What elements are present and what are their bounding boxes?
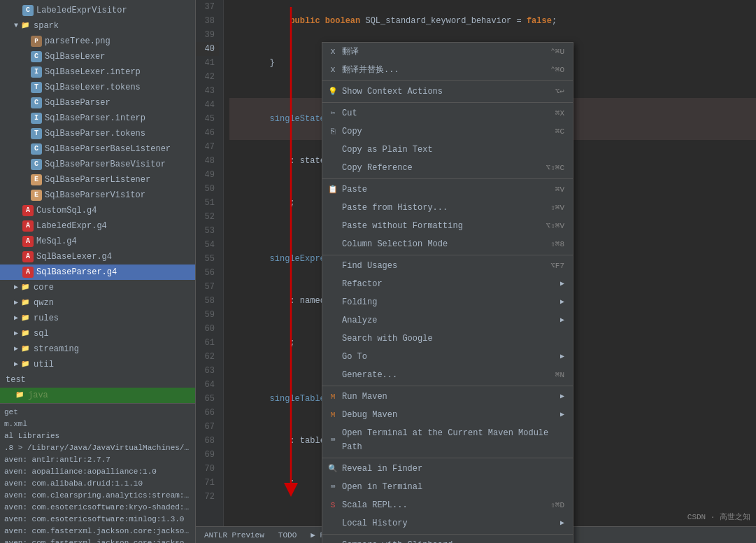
g4-icon: A <box>22 251 34 262</box>
c-icon: C <box>22 5 34 16</box>
menu-label: Open Terminal at the Current Maven Modul… <box>342 426 564 454</box>
line-num-59: 59 <box>196 308 219 322</box>
tree-item-labeled-expr-g4[interactable]: A LabeledExpr.g4 <box>0 218 195 234</box>
menu-label: 翻译并替换... <box>342 63 399 77</box>
toolbar-todo[interactable]: TODO <box>276 530 299 541</box>
translate-replace-icon: X <box>328 65 338 75</box>
tree-item-rules[interactable]: ▶ 📁 rules <box>0 311 195 326</box>
menu-label: Debug Maven <box>342 408 397 422</box>
menu-item-column-selection[interactable]: Column Selection Mode ⇧⌘8 <box>322 235 573 253</box>
menu-shortcut: ⌃⌘U <box>550 45 564 59</box>
toolbar-antlr-preview[interactable]: ANTLR Preview <box>201 530 267 541</box>
menu-shortcut: ⌥⇧⌘C <box>546 161 564 175</box>
tree-item-sql-base-lexer-g4[interactable]: A SqlBaseLexer.g4 <box>0 249 195 265</box>
menu-shortcut: ⌥F7 <box>550 259 564 273</box>
tree-item-sql-base-parser-base-listener[interactable]: C SqlBaseParserBaseListener <box>0 141 195 157</box>
tree-label: SqlBaseParserVisitor <box>45 189 145 202</box>
menu-item-copy-plain[interactable]: Copy as Plain Text <box>322 141 573 159</box>
menu-item-goto[interactable]: Go To ▶ <box>322 348 573 366</box>
menu-label: Copy <box>342 125 362 139</box>
g4-icon: A <box>22 220 34 232</box>
tree-item-sql-base-parser-interp[interactable]: I SqlBaseParser.interp <box>0 111 195 126</box>
c-icon: C <box>31 97 42 108</box>
tree-item-java[interactable]: 📁 java <box>0 388 195 403</box>
tree-item-sql[interactable]: ▶ 📁 sql <box>0 326 195 341</box>
line-num-56: 56 <box>196 266 219 280</box>
line-num-50: 50 <box>196 182 219 196</box>
tree-label: qwzn <box>34 297 54 309</box>
menu-label: Local History <box>342 516 408 530</box>
tree-label: LabeledExpr.g4 <box>36 220 107 232</box>
menu-shortcut: ⌘C <box>555 125 564 139</box>
tree-item-sql-base-parser-tokens[interactable]: T SqlBaseParser.tokens <box>0 126 195 141</box>
tree-item-spark[interactable]: ▼ 📁 spark <box>0 18 195 34</box>
menu-shortcut: ⌃⌘O <box>550 63 564 77</box>
menu-item-debug-maven[interactable]: M Debug Maven ▶ <box>322 406 573 424</box>
tree-item-util[interactable]: ▶ 📁 util <box>0 357 195 372</box>
submenu-arrow: ▶ <box>560 313 564 327</box>
menu-item-local-history[interactable]: Local History ▶ <box>322 514 573 533</box>
tree-item-qwzn[interactable]: ▶ 📁 qwzn <box>0 295 195 311</box>
menu-item-refactor[interactable]: Refactor ▶ <box>322 275 573 293</box>
tree-item-streaming[interactable]: ▶ 📁 streaming <box>0 341 195 357</box>
menu-label: Reveal in Finder <box>342 462 422 476</box>
submenu-arrow: ▶ <box>560 277 564 291</box>
line-num-63: 63 <box>196 364 219 378</box>
tree-item-sql-base-lexer-tokens[interactable]: T SqlBaseLexer.tokens <box>0 80 195 95</box>
tree-item-parse-tree[interactable]: P parseTree.png <box>0 34 195 49</box>
menu-item-find-usages[interactable]: Find Usages ⌥F7 <box>322 257 573 275</box>
scala-icon: S <box>328 500 338 510</box>
menu-item-scala-repl[interactable]: S Scala REPL... ⇧⌘D <box>322 496 573 514</box>
menu-item-copy-ref[interactable]: Copy Reference ⌥⇧⌘C <box>322 159 573 177</box>
menu-item-folding[interactable]: Folding ▶ <box>322 293 573 311</box>
menu-item-translate[interactable]: X 翻译 ⌃⌘U <box>322 43 573 61</box>
menu-shortcut: ⌥⇧⌘V <box>546 219 564 233</box>
tree-item-me-sql-g4[interactable]: A MeSql.g4 <box>0 234 195 249</box>
menu-separator <box>322 102 573 103</box>
tree-item-sql-base-parser-listener[interactable]: E SqlBaseParserListener <box>0 172 195 188</box>
menu-label: Cut <box>342 106 357 120</box>
tree-item-test[interactable]: test <box>0 372 195 388</box>
line-num-66: 66 <box>196 406 219 420</box>
menu-item-generate[interactable]: Generate... ⌘N <box>322 366 573 384</box>
menu-item-cut[interactable]: ✂ Cut ⌘X <box>322 104 573 122</box>
tree-item-sql-base-parser-g4[interactable]: A SqlBaseParser.g4 <box>0 265 195 280</box>
tree-item-custom-sql-g4[interactable]: A CustomSql.g4 <box>0 203 195 218</box>
menu-label: Generate... <box>342 368 397 382</box>
t-icon: T <box>31 128 42 139</box>
tree-item-labeled-expr-visitor[interactable]: C LabeledExprVisitor <box>0 3 195 18</box>
refactor-icon <box>328 279 338 289</box>
folder-icon: 📁 <box>20 313 31 324</box>
menu-item-run-maven[interactable]: M Run Maven ▶ <box>322 388 573 406</box>
line-num-69: 69 <box>196 448 219 462</box>
menu-label: Run Maven <box>342 390 387 404</box>
menu-item-open-terminal[interactable]: ⌨ Open in Terminal <box>322 478 573 496</box>
menu-label: Paste <box>342 183 367 197</box>
menu-item-paste-history[interactable]: Paste from History... ⇧⌘V <box>322 199 573 217</box>
tree-item-sql-base-lexer-interp[interactable]: I SqlBaseLexer.interp <box>0 64 195 80</box>
tree-label: parseTree.png <box>45 35 110 48</box>
menu-item-reveal-finder[interactable]: 🔍 Reveal in Finder <box>322 460 573 478</box>
menu-item-compare-clipboard[interactable]: ⟺ Compare with Clipboard <box>322 536 573 543</box>
menu-label: Refactor <box>342 277 383 291</box>
menu-item-copy[interactable]: ⎘ Copy ⌘C <box>322 122 573 141</box>
tree-item-sql-base-parser-visitor[interactable]: E SqlBaseParserVisitor <box>0 188 195 203</box>
tree-item-core[interactable]: ▶ 📁 core <box>0 280 195 295</box>
menu-item-show-context[interactable]: 💡 Show Context Actions ⌥↩ <box>322 83 573 101</box>
menu-item-search-google[interactable]: Search with Google <box>322 330 573 348</box>
menu-item-paste-no-format[interactable]: Paste without Formatting ⌥⇧⌘V <box>322 217 573 235</box>
bottom-item: .8 > /Library/Java/JavaVirtualMachines/j… <box>4 442 191 454</box>
menu-separator <box>322 534 573 535</box>
menu-separator <box>322 178 573 179</box>
c-icon: C <box>31 51 42 62</box>
menu-item-open-terminal-maven[interactable]: ⌨ Open Terminal at the Current Maven Mod… <box>322 424 573 456</box>
expand-arrow: ▶ <box>14 312 18 325</box>
menu-item-translate-replace[interactable]: X 翻译并替换... ⌃⌘O <box>322 61 573 79</box>
right-panel: 37 38 39 40 41 42 43 44 45 46 47 48 49 5… <box>196 0 756 543</box>
menu-item-paste[interactable]: 📋 Paste ⌘V <box>322 181 573 199</box>
tree-item-sql-base-parser[interactable]: C SqlBaseParser <box>0 95 195 111</box>
tree-item-sql-base-parser-base-visitor[interactable]: C SqlBaseParserBaseVisitor <box>0 157 195 172</box>
tree-item-sql-base-lexer[interactable]: C SqlBaseLexer <box>0 49 195 64</box>
menu-item-analyze[interactable]: Analyze ▶ <box>322 311 573 330</box>
paste-no-format-icon <box>328 221 338 231</box>
